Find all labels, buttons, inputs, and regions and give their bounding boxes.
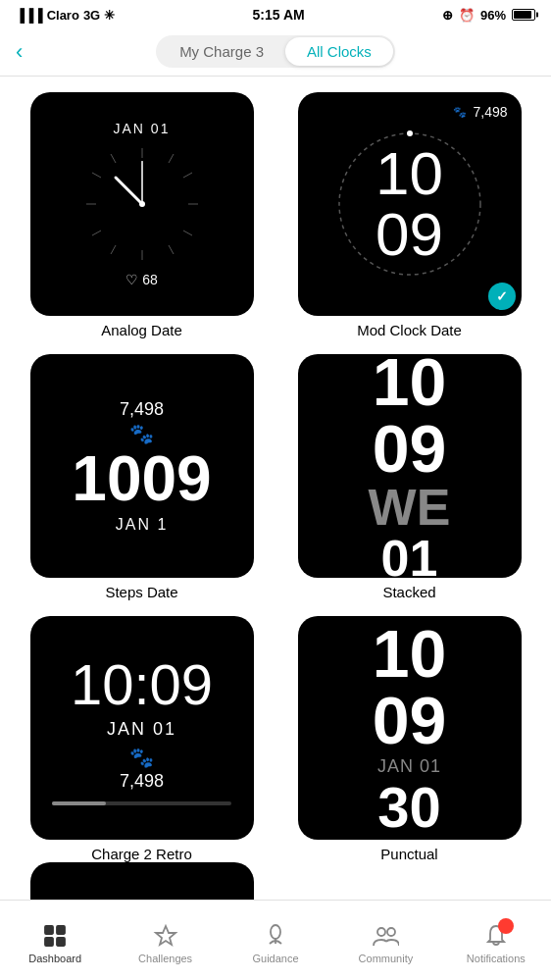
battery-icon [512,9,535,21]
tab-switcher: My Charge 3 All Clocks [156,35,395,68]
svg-point-15 [139,201,145,207]
loading-icon: ✳ [104,8,115,23]
stacked-clock-label: Stacked [382,584,435,600]
svg-marker-22 [156,926,175,945]
guidance-icon [262,922,289,950]
clock-face-mod[interactable]: 🐾 7,498 10 09 ✓ [298,92,522,316]
tab-my-charge[interactable]: My Charge 3 [158,37,285,66]
status-bar: ▐▐▐ Claro 3G ✳ 5:15 AM ⊕ ⏰ 96% [0,0,551,27]
carrier-label: Claro [47,8,79,23]
svg-rect-18 [45,926,53,934]
stacked-day: WE [369,482,451,533]
status-right: ⊕ ⏰ 96% [442,8,535,23]
punctual-date: JAN 01 [377,757,441,775]
community-icon [372,922,399,950]
screen-record-icon: ⊕ [442,8,453,23]
analog-date-clock-label: Analog Date [101,322,182,338]
clock-face-punctual[interactable]: 10 09 JAN 01 30 [298,616,522,840]
tab-bar: Dashboard Challenges Guidance [0,900,551,980]
svg-rect-19 [57,926,65,934]
clock-face-stacked[interactable]: 10 09 WE 01 [298,354,522,578]
retro-battery-bar [52,801,230,805]
mod-clock-label: Mod Clock Date [357,322,462,338]
punctual-clock-label: Punctual [380,846,437,862]
tab-bar-guidance[interactable]: Guidance [221,916,330,964]
clock-face-retro[interactable]: 10:09 JAN 01 🐾 7,498 [30,616,254,840]
stacked-date-num: 01 [381,533,438,578]
svg-line-10 [92,173,101,178]
svg-line-9 [92,231,101,235]
mod-steps-top: 🐾 7,498 [453,104,507,120]
svg-line-11 [111,154,116,163]
tab-bar-challenges[interactable]: Challenges [110,916,220,964]
mod-clock-circle: 10 09 [331,126,488,283]
clock-item-mod-clock-date[interactable]: 🐾 7,498 10 09 ✓ Mod Clock Date [283,92,535,338]
guidance-label: Guidance [252,953,298,964]
challenges-icon [152,922,179,950]
svg-rect-20 [45,938,53,946]
analog-heart-steps: ♡ 68 [125,272,158,287]
clock-face-analog-date[interactable]: JAN 01 [30,92,254,316]
header: ‹ My Charge 3 All Clocks [0,27,551,77]
svg-point-17 [407,130,413,136]
mod-circle-svg [331,126,488,283]
tab-bar-dashboard[interactable]: Dashboard [0,916,110,964]
svg-point-25 [377,928,385,936]
dashboard-icon [41,922,69,950]
svg-line-12 [116,178,142,204]
svg-point-26 [387,928,395,936]
tab-all-clocks[interactable]: All Clocks [285,37,393,66]
alarm-icon: ⏰ [459,8,475,23]
retro-time: 10:09 [71,651,213,717]
steps-date-count: 7,498 [120,399,164,420]
steps-date-time: 1009 [72,447,211,510]
analog-date-label: JAN 01 [114,121,171,136]
tab-bar-community[interactable]: Community [330,916,440,964]
svg-line-6 [183,231,192,235]
steps-date-date: JAN 1 [116,516,169,534]
steps-date-clock-label: Steps Date [105,584,177,600]
stacked-hour: 10 [373,354,447,415]
stacked-min: 09 [373,415,447,482]
clock-item-steps-date[interactable]: 7,498 🐾 1009 JAN 1 Steps Date [16,354,268,600]
signal-bars: ▐▐▐ [16,8,43,23]
tab-bar-notifications[interactable]: Notifications [441,916,551,964]
status-left: ▐▐▐ Claro 3G ✳ [16,8,115,23]
dashboard-label: Dashboard [28,953,81,964]
punctual-sec: 30 [377,779,441,836]
svg-line-5 [183,173,192,178]
clock-item-punctual[interactable]: 10 09 JAN 01 30 Punctual [283,616,535,862]
clock-item-retro[interactable]: 10:09 JAN 01 🐾 7,498 Charge 2 Retro [16,616,268,862]
challenges-label: Challenges [138,953,192,964]
retro-clock-label: Charge 2 Retro [91,846,192,862]
svg-point-16 [339,133,480,275]
status-time: 5:15 AM [253,7,305,23]
clock-grid: JAN 01 [0,77,551,862]
retro-walk-icon: 🐾 [129,746,154,769]
notifications-icon [482,922,510,950]
svg-rect-21 [57,938,65,946]
clock-item-stacked[interactable]: 10 09 WE 01 Stacked [283,354,535,600]
selected-checkmark: ✓ [488,283,516,310]
clock-item-analog-date[interactable]: JAN 01 [16,92,268,338]
community-label: Community [359,953,414,964]
retro-date: JAN 01 [107,719,176,740]
punctual-hour: 10 [373,620,447,687]
notifications-label: Notifications [467,953,526,964]
clock-face-steps-date[interactable]: 7,498 🐾 1009 JAN 1 [30,354,254,578]
steps-date-walk-icon: 🐾 [129,422,154,445]
svg-line-8 [111,245,116,254]
retro-steps: 7,498 [120,771,164,792]
notification-badge [498,918,514,934]
network-label: 3G [83,8,100,23]
punctual-min: 09 [373,687,447,753]
analog-clock-svg [78,140,206,268]
svg-line-7 [169,245,174,254]
svg-point-23 [271,925,280,939]
battery-percent: 96% [480,8,506,23]
back-button[interactable]: ‹ [16,39,23,65]
svg-line-4 [169,154,174,163]
